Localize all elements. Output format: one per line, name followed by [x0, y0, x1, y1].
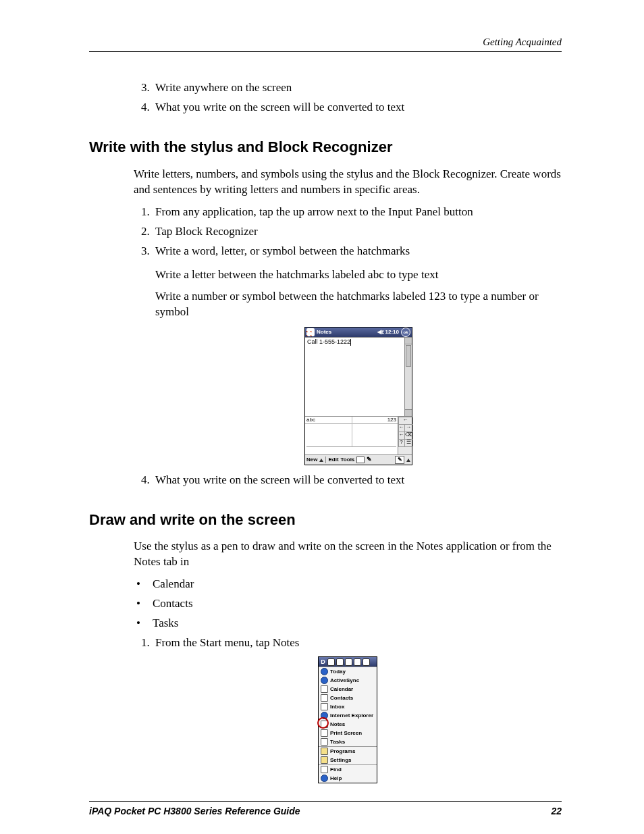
- ppc-body: Call 1-555-1222: [305, 337, 412, 416]
- note-text: Call 1-555-1222: [307, 339, 350, 346]
- s2-step1: From the Start menu, tap Notes: [153, 635, 562, 651]
- key-kbd[interactable]: ☰: [404, 439, 413, 447]
- menu-label: Internet Explorer: [330, 712, 373, 719]
- section1-body: Write letters, numbers, and symbols usin…: [134, 167, 562, 488]
- menu-item-notes[interactable]: Notes: [319, 720, 377, 729]
- menu-label: Inbox: [330, 704, 344, 710]
- edit-menu[interactable]: Edit: [328, 457, 338, 463]
- section2-intro: Use the stylus as a pen to draw and writ…: [134, 539, 562, 570]
- menu-item-help[interactable]: Help: [319, 774, 377, 783]
- s1-sub1: Write a letter between the hatchmarks la…: [155, 267, 562, 283]
- block-recognizer-area[interactable]: abc 123: [305, 417, 398, 454]
- recent-icon[interactable]: [354, 658, 361, 666]
- menu-label: Tasks: [330, 739, 345, 745]
- pencil-icon[interactable]: ✎: [367, 457, 372, 463]
- menu-item-today[interactable]: Today: [319, 667, 377, 676]
- scroll-thumb[interactable]: [406, 345, 411, 367]
- activesync-icon: [321, 677, 328, 684]
- menu-label: Today: [330, 669, 346, 675]
- menu-label: ActiveSync: [330, 677, 359, 683]
- ok-button[interactable]: ok: [401, 328, 410, 337]
- tools-menu[interactable]: Tools: [341, 457, 355, 463]
- baseline-hatchmark: [306, 446, 396, 447]
- footer-title: iPAQ Pocket PC H3800 Series Reference Gu…: [89, 805, 300, 818]
- contacts-icon: [321, 694, 328, 702]
- menu-label: Contacts: [330, 695, 353, 701]
- s1-sub2: Write a number or symbol between the hat…: [155, 289, 562, 320]
- scroll-down-icon[interactable]: [405, 409, 412, 416]
- section-heading-block-recognizer: Write with the stylus and Block Recogniz…: [89, 137, 562, 157]
- clock: 12:10: [385, 330, 399, 336]
- section2-steps: From the Start menu, tap Notes: [153, 635, 562, 651]
- note-canvas[interactable]: Call 1-555-1222: [305, 338, 404, 416]
- menu-item-inbox[interactable]: Inbox: [319, 702, 377, 711]
- figure-notes-app: Notes ◀ᴇ 12:10 ok Call 1-555-1222: [155, 327, 562, 466]
- menu-item-find[interactable]: Find: [319, 765, 377, 774]
- menu-item-settings[interactable]: Settings: [319, 756, 377, 764]
- scroll-up-icon[interactable]: [405, 338, 412, 344]
- bullet-contacts: Contacts: [134, 596, 562, 612]
- today-icon: [321, 668, 328, 675]
- pocketpc-screenshot: Notes ◀ᴇ 12:10 ok Call 1-555-1222: [304, 327, 412, 465]
- speaker-icon: ◀ᴇ: [377, 330, 384, 336]
- s1-step3-text: Write a word, letter, or symbol between …: [155, 244, 410, 257]
- s1-step2: Tap Block Recognizer: [153, 224, 562, 240]
- s1-step3: Write a word, letter, or symbol between …: [153, 244, 562, 466]
- menu-label: Programs: [330, 748, 355, 754]
- help-icon: [321, 775, 328, 782]
- 123-label: 123: [387, 417, 396, 423]
- scrollbar[interactable]: [404, 338, 412, 416]
- s1-step4: What you write on the screen will be con…: [153, 473, 562, 488]
- new-menu-arrow-icon[interactable]: [319, 459, 323, 462]
- menu-item-activesync[interactable]: ActiveSync: [319, 676, 377, 685]
- step-3: Write anywhere on the screen: [153, 80, 562, 96]
- app-title: Notes: [317, 330, 331, 336]
- recording-icon[interactable]: [356, 457, 365, 463]
- page: Getting Acquainted Write anywhere on the…: [0, 0, 644, 834]
- find-icon: [321, 766, 328, 773]
- s1-step1: From any application, tap the up arrow n…: [153, 205, 562, 220]
- start-menu-iconrow: D: [319, 657, 377, 667]
- figure-start-menu: D Today ActiveSync Calendar Contacts Inb…: [134, 656, 562, 787]
- printscreen-icon: [321, 729, 328, 737]
- menu-item-programs[interactable]: Programs: [319, 747, 377, 756]
- sip-button[interactable]: ✎: [395, 456, 404, 464]
- menu-label: Settings: [330, 757, 352, 763]
- menu-label: Help: [330, 775, 342, 781]
- recent-icon[interactable]: [327, 658, 335, 666]
- center-hatchmark: [352, 417, 352, 447]
- calendar-icon: [321, 685, 328, 693]
- page-footer: iPAQ Pocket PC H3800 Series Reference Gu…: [89, 805, 562, 818]
- windows-logo-icon: [306, 328, 315, 336]
- start-menu-screenshot: D Today ActiveSync Calendar Contacts Inb…: [318, 656, 377, 783]
- ie-icon: [321, 712, 328, 719]
- menu-label: Calendar: [330, 686, 353, 692]
- running-header: Getting Acquainted: [89, 35, 562, 49]
- programs-icon: [321, 748, 328, 755]
- menu-item-calendar[interactable]: Calendar: [319, 685, 377, 694]
- abc-label: abc: [306, 417, 315, 423]
- separator-icon: [325, 457, 326, 463]
- recent-icon[interactable]: [345, 658, 352, 666]
- ppc-bottombar: New Edit Tools ✎ ✎: [305, 454, 412, 465]
- inbox-icon: [321, 703, 328, 710]
- tasks-icon: [321, 738, 328, 746]
- input-panel: abc 123 ← ← → ← ⌫: [305, 416, 412, 454]
- page-number: 22: [551, 805, 562, 818]
- new-menu[interactable]: New: [306, 457, 317, 463]
- menu-item-contacts[interactable]: Contacts: [319, 694, 377, 702]
- menu-item-printscreen[interactable]: Print Screen: [319, 729, 377, 737]
- menu-label: Print Screen: [330, 730, 362, 736]
- menu-item-tasks[interactable]: Tasks: [319, 737, 377, 746]
- menu-label: Find: [330, 766, 342, 773]
- section2-body: Use the stylus as a pen to draw and writ…: [134, 539, 562, 787]
- top-rule: [89, 51, 562, 52]
- ppc-titlebar: Notes ◀ᴇ 12:10 ok: [305, 328, 412, 337]
- menu-label: Notes: [330, 721, 345, 727]
- section2-bullets: Calendar Contacts Tasks: [134, 577, 562, 631]
- menu-item-ie[interactable]: Internet Explorer: [319, 711, 377, 720]
- step-4: What you write on the screen will be con…: [153, 100, 562, 115]
- recent-icon[interactable]: [336, 658, 344, 666]
- recent-icon[interactable]: [363, 658, 370, 666]
- sip-arrow-icon[interactable]: [406, 459, 410, 462]
